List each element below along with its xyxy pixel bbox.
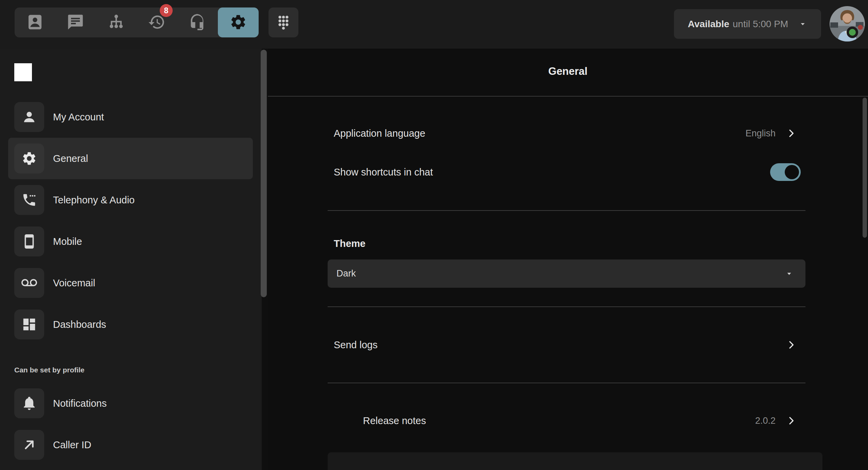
theme-heading: Theme: [328, 236, 805, 251]
gear-icon: [229, 13, 247, 32]
release-notes-row[interactable]: Release notes 2.0.2: [328, 406, 805, 435]
caret-down-icon: [798, 20, 807, 29]
sidebar-item-voicemail[interactable]: Voicemail: [8, 262, 253, 304]
release-notes-label: Release notes: [328, 415, 426, 426]
sidebar-scrollbar-thumb[interactable]: [261, 50, 267, 297]
nav-contacts-button[interactable]: [15, 7, 55, 37]
show-shortcuts-toggle[interactable]: [770, 163, 801, 181]
dashboard-icon: [14, 309, 44, 339]
sidebar-item-caller-id[interactable]: Caller ID: [8, 424, 253, 466]
person-icon: [14, 102, 44, 132]
theme-selected-value: Dark: [336, 268, 356, 279]
nav-history-button[interactable]: 8: [137, 7, 177, 37]
sidebar-item-mobile[interactable]: Mobile: [8, 221, 253, 262]
history-notification-badge: 8: [160, 4, 173, 17]
primary-nav: 8: [15, 7, 259, 37]
headset-icon: [189, 13, 206, 32]
online-status-dot: [847, 27, 858, 38]
caret-down-icon: [785, 270, 793, 278]
workspace-logo: [14, 63, 32, 81]
org-chart-icon: [107, 13, 125, 32]
application-language-row[interactable]: Application language English: [328, 119, 805, 148]
app-window: { "topbar": { "nav": [ { "icon": "contac…: [0, 0, 868, 470]
user-avatar[interactable]: [830, 6, 865, 41]
gear-icon: [14, 144, 44, 173]
availability-dropdown[interactable]: Available until 5:00 PM: [674, 9, 821, 39]
sidebar-item-label: Mobile: [53, 236, 82, 247]
chat-icon: [67, 13, 84, 32]
send-logs-label: Send logs: [328, 339, 378, 351]
dialpad-button[interactable]: [268, 7, 298, 37]
smartphone-icon: [14, 226, 44, 256]
sidebar-section-label: Can be set by profile: [14, 366, 262, 374]
sidebar-item-label: Dashboards: [53, 319, 106, 330]
page-title: General: [268, 65, 868, 78]
settings-nav: My Account General Telephony & Audio Mob…: [0, 96, 262, 466]
chevron-right-icon: [786, 339, 797, 350]
availability-status: Available: [688, 19, 729, 30]
arrow-up-right-icon: [14, 430, 44, 460]
sidebar-item-dashboards[interactable]: Dashboards: [8, 304, 253, 345]
section-divider: [328, 383, 805, 383]
section-divider: [328, 306, 805, 307]
show-shortcuts-label: Show shortcuts in chat: [328, 167, 433, 178]
theme-select[interactable]: Dark: [328, 259, 805, 288]
main-scrollbar-thumb[interactable]: [863, 98, 867, 238]
sidebar-item-label: Telephony & Audio: [53, 195, 135, 206]
section-divider: [328, 210, 805, 211]
sidebar-item-label: General: [53, 153, 88, 164]
nav-settings-button[interactable]: [218, 7, 259, 37]
chevron-right-icon: [786, 128, 797, 139]
dialpad-icon: [275, 14, 292, 32]
phone-icon: [14, 185, 44, 215]
contact-card-icon: [26, 13, 44, 32]
sidebar-item-notifications[interactable]: Notifications: [8, 383, 253, 424]
send-logs-row[interactable]: Send logs: [328, 331, 805, 359]
application-language-label: Application language: [328, 128, 425, 139]
application-language-value: English: [745, 128, 776, 139]
next-section-row: [328, 452, 822, 470]
availability-until: until 5:00 PM: [733, 19, 788, 30]
top-bar: 8 Available until 5:00 PM: [0, 0, 868, 49]
sidebar-item-label: My Account: [53, 112, 104, 123]
avatar-photo: [830, 6, 865, 41]
sidebar-item-general[interactable]: General: [8, 138, 253, 179]
voicemail-icon: [14, 268, 44, 298]
settings-panel: General Application language English Sho…: [268, 49, 868, 470]
settings-content: Application language English Show shortc…: [328, 97, 805, 470]
sidebar-item-telephony-audio[interactable]: Telephony & Audio: [8, 179, 253, 221]
show-shortcuts-row: Show shortcuts in chat: [328, 158, 805, 186]
toggle-knob: [785, 165, 799, 179]
sidebar-item-label: Notifications: [53, 398, 107, 409]
settings-sidebar: My Account General Telephony & Audio Mob…: [0, 49, 262, 470]
nav-chat-button[interactable]: [55, 7, 96, 37]
chevron-right-icon: [786, 415, 797, 426]
nav-org-chart-button[interactable]: [96, 7, 137, 37]
sidebar-item-my-account[interactable]: My Account: [8, 96, 253, 138]
nav-headset-button[interactable]: [177, 7, 218, 37]
sidebar-item-label: Caller ID: [53, 439, 91, 451]
release-notes-version: 2.0.2: [755, 416, 776, 426]
sidebar-item-label: Voicemail: [53, 278, 95, 289]
bell-icon: [14, 388, 44, 418]
